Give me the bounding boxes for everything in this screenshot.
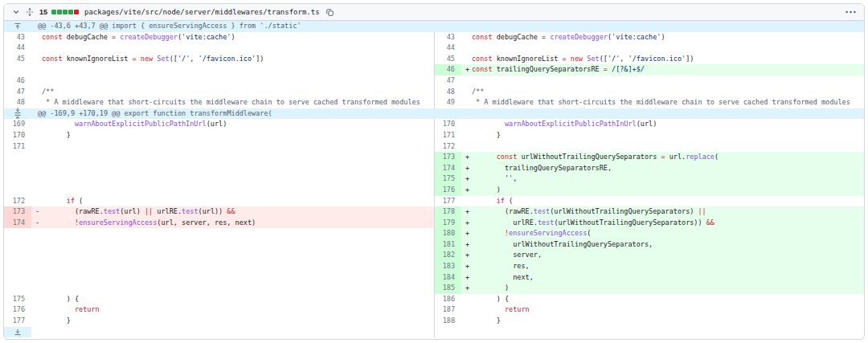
line-number[interactable]: 176: [434, 185, 461, 196]
diff-sign: [33, 196, 42, 207]
line-number[interactable]: 47: [4, 87, 31, 98]
diffstat-block: [63, 10, 68, 14]
line-number: [4, 261, 31, 272]
line-number[interactable]: 181: [434, 239, 461, 251]
diff-sign: [463, 76, 472, 87]
line-number[interactable]: 174: [434, 163, 461, 174]
code-line: const debugCache = createDebugger('vite:…: [461, 32, 864, 43]
line-number[interactable]: 49: [434, 97, 461, 108]
code-token: ,: [620, 55, 628, 63]
code-token: ([: [170, 55, 178, 63]
code-token: urlWithoutTrailingQuerySeparators: [517, 153, 661, 161]
collapse-file-button[interactable]: [12, 8, 20, 16]
code-token: if: [497, 197, 505, 205]
diff-sign: +: [463, 152, 472, 163]
line-number[interactable]: 173: [4, 206, 31, 218]
line-number: [4, 239, 31, 251]
diff-sign: [33, 316, 42, 327]
diff-sign: -: [33, 206, 42, 218]
line-number[interactable]: 175: [434, 174, 461, 185]
copy-path-button[interactable]: [326, 8, 334, 17]
line-number[interactable]: 186: [434, 294, 461, 305]
code-token: (urlWithoutTrailingQuerySeparators): [550, 207, 698, 215]
line-number[interactable]: 185: [434, 283, 461, 294]
code-line: return: [31, 304, 434, 316]
line-number[interactable]: 44: [434, 43, 461, 54]
code-token: trailingQuerySeparatorsRE,: [472, 164, 612, 172]
code-line: [461, 43, 864, 54]
code-line: [31, 228, 434, 239]
line-number[interactable]: 170: [434, 119, 461, 130]
diffstat-block: [57, 10, 62, 14]
line-number: [4, 228, 31, 239]
line-number[interactable]: 172: [434, 141, 461, 153]
line-number[interactable]: 176: [4, 304, 31, 316]
line-number[interactable]: 45: [434, 54, 461, 65]
expand-down-button[interactable]: [4, 107, 31, 114]
code-token: }: [42, 131, 71, 139]
line-number[interactable]: 47: [434, 76, 461, 87]
diff-sign: +: [463, 185, 472, 196]
code-token: }: [42, 316, 71, 325]
line-number[interactable]: 184: [434, 272, 461, 284]
line-number[interactable]: 45: [4, 54, 31, 65]
expand-up-button[interactable]: [4, 22, 31, 30]
line-number[interactable]: 177: [434, 196, 461, 207]
line-number[interactable]: 188: [434, 316, 461, 327]
code-line: + '',: [461, 174, 864, 185]
diff-sign: [33, 87, 42, 98]
code-token: [42, 197, 67, 205]
file-options-button[interactable]: [845, 10, 856, 14]
line-number[interactable]: 174: [4, 218, 31, 229]
diff-sign: [33, 43, 42, 54]
code-token: &&: [227, 207, 235, 215]
line-number[interactable]: 46: [4, 76, 31, 87]
line-number[interactable]: 183: [434, 261, 461, 272]
footer-expand-gutter: [4, 327, 31, 338]
diff-sign: [463, 304, 472, 316]
line-number[interactable]: 170: [4, 130, 31, 141]
line-number[interactable]: 182: [434, 250, 461, 261]
code-token: const: [497, 153, 518, 161]
code-token: [42, 218, 75, 227]
file-path[interactable]: packages/vite/src/node/server/middleware…: [84, 8, 320, 16]
code-token: createDebugger: [550, 33, 608, 41]
diff-sign: +: [463, 206, 472, 218]
line-number[interactable]: 180: [434, 228, 461, 239]
line-number[interactable]: 178: [434, 206, 461, 218]
diff-sign: [463, 130, 472, 141]
line-number[interactable]: 175: [4, 294, 31, 305]
footer-filler: [434, 327, 461, 338]
line-number[interactable]: 43: [4, 32, 31, 43]
code-token: test: [104, 207, 120, 215]
line-number[interactable]: 179: [434, 218, 461, 229]
diff-sign: +: [463, 272, 472, 284]
code-token: ||: [145, 207, 153, 215]
line-number[interactable]: 177: [4, 316, 31, 327]
line-number[interactable]: 187: [434, 304, 461, 316]
line-number: [4, 163, 31, 174]
line-number[interactable]: 173: [434, 152, 461, 163]
line-number[interactable]: 171: [4, 141, 31, 153]
line-number[interactable]: 44: [4, 43, 31, 54]
line-number[interactable]: 48: [434, 87, 461, 98]
line-number[interactable]: 171: [434, 130, 461, 141]
code-line: [31, 185, 434, 196]
code-line: - !ensureServingAccess(url, server, res,…: [31, 218, 434, 229]
code-token: ) {: [42, 295, 79, 303]
line-number[interactable]: 46: [434, 64, 461, 76]
expand-down-button[interactable]: [4, 329, 31, 336]
code-token: const: [472, 55, 493, 63]
line-number[interactable]: 43: [434, 32, 461, 43]
code-line: [31, 43, 434, 54]
diff-sign: [33, 294, 42, 305]
code-token: (url)): [199, 207, 227, 215]
code-token: Set: [587, 55, 599, 63]
hunk-header: @@ -169,9 +170,19 @@ export function tra…: [31, 108, 864, 120]
code-token: ]): [256, 55, 264, 63]
diff-sign: +: [463, 228, 472, 239]
line-number[interactable]: 172: [4, 196, 31, 207]
line-number[interactable]: 169: [4, 119, 31, 130]
expand-all-hunks-button[interactable]: [26, 7, 34, 17]
code-token: test: [538, 218, 554, 227]
